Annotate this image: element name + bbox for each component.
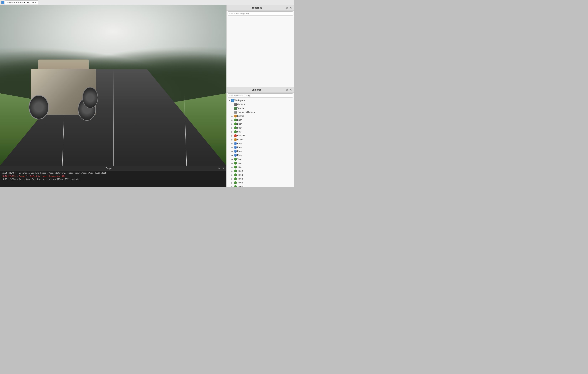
tree-icon-tree1 — [234, 158, 237, 161]
output-minimize-button[interactable]: ⊙ — [217, 167, 220, 170]
tree-label-tree3: Tree — [237, 166, 294, 168]
main-layout: Output ⊙ ✕ 16:26:22.497 - DataModel Load… — [0, 5, 294, 187]
title-tab[interactable]: alexx5's Place Number: 135 × — [5, 0, 38, 4]
tree-item-bush4[interactable]: Bush — [227, 130, 294, 134]
explorer-title: Explorer — [228, 88, 284, 91]
tree-label-rain1: Rain — [237, 142, 294, 145]
tree-arrow-tree3[interactable] — [231, 165, 234, 168]
tree-icon-tree2c — [234, 177, 237, 180]
tree-icon-tree3 — [234, 165, 237, 168]
properties-filter-input[interactable] — [228, 11, 293, 15]
tree-item-thumbnailcamera[interactable]: ThumbnailCamera — [227, 110, 294, 114]
tree-item-rain3[interactable]: Rain — [227, 149, 294, 153]
tree-arrow-rain3[interactable] — [231, 150, 234, 153]
tree-icon-exhaust — [234, 134, 237, 137]
properties-minimize-button[interactable]: ⊙ — [285, 6, 288, 9]
viewport[interactable] — [0, 5, 226, 165]
output-line: 16:26:22.497 - DataModel Loading https:/… — [1, 172, 225, 175]
jeep-spare-wheel — [82, 87, 98, 108]
tree-arrow-exhaust[interactable] — [231, 134, 234, 137]
tree-label-rain2: Rain — [237, 146, 294, 149]
output-content[interactable]: 16:26:22.497 - DataModel Loading https:/… — [0, 171, 226, 187]
explorer-filter-input[interactable] — [228, 93, 293, 98]
explorer-filter-bar — [227, 93, 294, 99]
scene-jeep — [27, 60, 100, 121]
tree-arrow-tree1[interactable] — [231, 158, 234, 161]
tree-arrow-model[interactable] — [231, 138, 234, 141]
tree-arrow-tree2e[interactable] — [231, 185, 234, 187]
tree-label-model: Model — [237, 138, 294, 141]
tree-item-tree2c[interactable]: Tree2 — [227, 177, 294, 181]
tree-label-bush1: Bush — [237, 119, 294, 121]
tree-icon-tree2e — [234, 185, 237, 187]
tree-icon-terrain — [234, 107, 237, 110]
tree-arrow-tree2d[interactable] — [231, 181, 234, 184]
tree-icon-bush1 — [234, 119, 237, 121]
tree-icon-workspace — [231, 99, 234, 102]
tree-icon-tree2b — [234, 174, 237, 176]
output-close-button[interactable]: ✕ — [222, 167, 225, 170]
tree-label-tree2c: Tree2 — [237, 177, 294, 180]
right-panel: Properties ⊙ ✕ Explorer ⊙ ✕ WorkspaceCam… — [226, 5, 294, 187]
tree-label-rain4: Rain — [237, 154, 294, 156]
explorer-header: Explorer ⊙ ✕ — [227, 87, 294, 93]
tree-arrow-rain1[interactable] — [231, 142, 234, 145]
tree-item-bush3[interactable]: Bush — [227, 126, 294, 130]
tab-close-button[interactable]: × — [35, 1, 36, 4]
tree-item-rain4[interactable]: Rain — [227, 153, 294, 157]
tree-arrow-rain2[interactable] — [231, 146, 234, 149]
tree-icon-bush3 — [234, 126, 237, 129]
tree-arrow-bush3[interactable] — [231, 126, 234, 129]
tree-label-tree2a: Tree2 — [237, 170, 294, 172]
tree-item-model[interactable]: Model — [227, 138, 294, 142]
tree-label-workspace: Workspace — [234, 99, 294, 102]
tree-item-bush1[interactable]: Bush — [227, 118, 294, 122]
tree-icon-model — [234, 138, 237, 141]
tree-arrow-beams[interactable] — [231, 115, 234, 118]
tree-arrow-tree2b[interactable] — [231, 174, 234, 176]
tree-label-rain3: Rain — [237, 150, 294, 153]
output-line: 16:26:22.633 - Image "" failed to load: … — [1, 175, 225, 178]
tree-icon-rain4 — [234, 154, 237, 157]
tree-arrow-workspace[interactable] — [228, 99, 231, 102]
tree-item-tree2b[interactable]: Tree2 — [227, 173, 294, 177]
tree-arrow-rain4[interactable] — [231, 154, 234, 157]
explorer-close-button[interactable]: ✕ — [289, 88, 292, 91]
explorer-scroll[interactable]: WorkspaceCameraTerrainThumbnailCameraBea… — [227, 99, 294, 187]
tree-arrow-tree2c[interactable] — [231, 177, 234, 180]
tree-item-camera[interactable]: Camera — [227, 102, 294, 106]
viewport-scene — [0, 5, 226, 165]
properties-close-button[interactable]: ✕ — [289, 6, 292, 9]
tree-item-tree2[interactable]: Tree — [227, 161, 294, 165]
tree-item-exhaust[interactable]: Exhaust — [227, 134, 294, 138]
properties-content — [227, 16, 294, 87]
output-header: Output ⊙ ✕ — [0, 166, 226, 171]
tree-icon-tree2d — [234, 181, 237, 184]
explorer-minimize-button[interactable]: ⊙ — [285, 88, 288, 91]
tree-arrow-bush4[interactable] — [231, 130, 234, 133]
tree-item-tree3[interactable]: Tree — [227, 165, 294, 169]
tree-item-bush2[interactable]: Bush — [227, 122, 294, 126]
tree-arrow-bush1[interactable] — [231, 119, 234, 121]
tree-item-workspace[interactable]: Workspace — [227, 99, 294, 102]
tree-item-tree2a[interactable]: Tree2 — [227, 169, 294, 173]
tree-arrow-tree2a[interactable] — [231, 170, 234, 172]
tree-item-tree2e[interactable]: Tree2 — [227, 185, 294, 187]
tree-item-terrain[interactable]: Terrain — [227, 106, 294, 110]
tree-item-tree2d[interactable]: Tree2 — [227, 181, 294, 185]
tree-arrow-bush2[interactable] — [231, 122, 234, 125]
tree-label-tree2d: Tree2 — [237, 181, 294, 184]
tree-item-rain2[interactable]: Rain — [227, 145, 294, 149]
left-panel: Output ⊙ ✕ 16:26:22.497 - DataModel Load… — [0, 5, 226, 187]
tree-item-beams[interactable]: Beams — [227, 114, 294, 118]
tree-arrow-tree2[interactable] — [231, 162, 234, 165]
tree-item-rain1[interactable]: Rain — [227, 142, 294, 145]
app-icon — [1, 1, 4, 4]
tree-item-tree1[interactable]: Tree — [227, 157, 294, 161]
output-line: 16:27:12.928 - Go to Game Settings and t… — [1, 178, 225, 181]
tree-label-tree2b: Tree2 — [237, 174, 294, 176]
tree-label-bush2: Bush — [237, 123, 294, 125]
properties-header: Properties ⊙ ✕ — [227, 5, 294, 11]
output-title: Output — [2, 167, 216, 170]
properties-title: Properties — [228, 6, 284, 9]
